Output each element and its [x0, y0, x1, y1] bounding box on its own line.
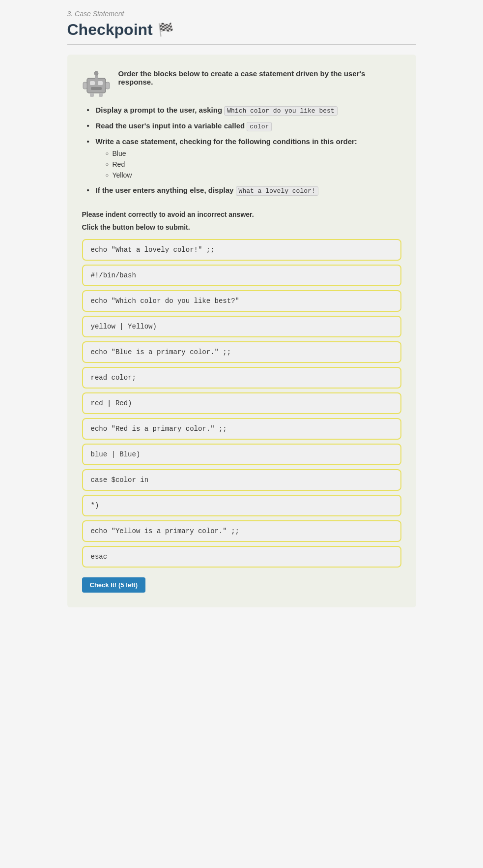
code-inline-1: Which color do you like best — [224, 106, 337, 116]
code-block[interactable]: red | Red) — [82, 392, 401, 414]
click-note: Click the button below to submit. — [82, 223, 401, 231]
check-it-button[interactable]: Check It! (5 left) — [82, 577, 146, 593]
code-block[interactable]: echo "Blue is a primary color." ;; — [82, 341, 401, 363]
instructions-list: Display a prompt to the user, asking Whi… — [82, 106, 401, 202]
svg-rect-0 — [87, 78, 106, 93]
code-block[interactable]: echo "Yellow is a primary color." ;; — [82, 520, 401, 542]
svg-rect-9 — [99, 93, 103, 97]
code-block[interactable]: *) — [82, 495, 401, 516]
code-block[interactable]: esac — [82, 546, 401, 568]
flag-icon: 🏁 — [158, 22, 173, 37]
code-blocks-area: echo "What a lovely color!" ;; #!/bin/ba… — [82, 239, 401, 568]
code-block[interactable]: case $color in — [82, 469, 401, 491]
breadcrumb: 3. Case Statement — [67, 10, 416, 18]
code-block[interactable]: echo "Which color do you like best?" — [82, 290, 401, 312]
code-block[interactable]: yellow | Yellow) — [82, 316, 401, 337]
svg-rect-1 — [90, 81, 95, 85]
indent-note: Please indent correctly to avoid an inco… — [82, 210, 401, 218]
code-inline-2: color — [247, 122, 272, 131]
page-title: Checkpoint — [67, 21, 153, 39]
list-item: If the user enters anything else, displa… — [87, 186, 401, 195]
code-block[interactable]: blue | Blue) — [82, 444, 401, 465]
code-block[interactable]: #!/bin/bash — [82, 265, 401, 286]
code-block[interactable]: echo "What a lovely color!" ;; — [82, 239, 401, 261]
sub-list-item: Yellow — [106, 171, 401, 179]
sub-list: Blue Red Yellow — [96, 150, 401, 179]
sub-list-item: Blue — [106, 150, 401, 157]
content-card: Order the blocks below to create a case … — [67, 55, 416, 607]
svg-rect-6 — [83, 82, 87, 89]
svg-rect-3 — [91, 87, 102, 90]
code-block[interactable]: read color; — [82, 367, 401, 389]
list-item: Read the user's input into a variable ca… — [87, 121, 401, 130]
code-block[interactable]: echo "Red is a primary color." ;; — [82, 418, 401, 440]
svg-rect-2 — [98, 81, 103, 85]
list-item: Write a case statement, checking for the… — [87, 137, 401, 179]
code-inline-3: What a lovely color! — [236, 186, 318, 196]
svg-rect-7 — [106, 82, 110, 89]
sub-list-item: Red — [106, 160, 401, 168]
svg-rect-8 — [90, 93, 94, 97]
robot-icon — [82, 69, 111, 98]
instructions-heading: Order the blocks below to create a case … — [118, 69, 401, 86]
svg-point-5 — [94, 71, 98, 75]
list-item: Display a prompt to the user, asking Whi… — [87, 106, 401, 115]
